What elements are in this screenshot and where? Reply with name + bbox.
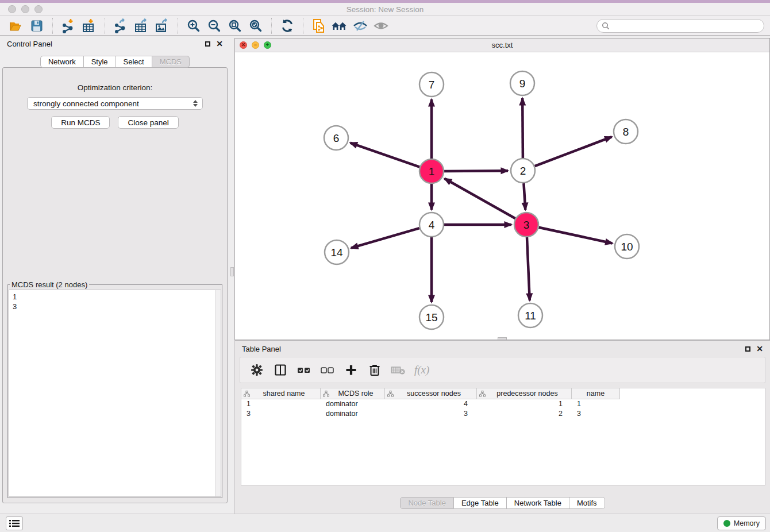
cell-successor-nodes[interactable]: 4	[385, 399, 477, 409]
search-field[interactable]	[596, 19, 764, 33]
tab-motifs[interactable]: Motifs	[569, 497, 605, 509]
tab-mcds[interactable]: MCDS	[152, 56, 190, 68]
export-table-icon[interactable]	[133, 17, 150, 34]
run-mcds-button[interactable]: Run MCDS	[51, 116, 110, 129]
graph-node-10[interactable]: 10	[615, 234, 639, 259]
zoom-selected-icon[interactable]	[247, 17, 264, 34]
float-panel-icon[interactable]	[205, 41, 210, 47]
svg-text:1: 1	[429, 165, 435, 178]
graph-edge-3-11[interactable]	[527, 237, 530, 300]
toolbar-separator	[303, 18, 303, 34]
zoom-in-icon[interactable]	[185, 17, 202, 34]
cell-mcds-role[interactable]: dominator	[321, 399, 385, 409]
graph-node-15[interactable]: 15	[419, 305, 444, 329]
duplicate-network-icon[interactable]	[310, 17, 328, 34]
tab-select[interactable]: Select	[116, 56, 152, 68]
tab-network-table[interactable]: Network Table	[507, 497, 569, 509]
cell-mcds-role[interactable]: dominator	[321, 409, 385, 419]
network-minimize-button[interactable]: −	[252, 41, 259, 49]
search-input[interactable]	[613, 21, 759, 31]
table-panel: Table Panel ✕	[234, 340, 770, 514]
optimization-criterion-select[interactable]: strongly connected component	[27, 97, 203, 110]
graph-edge-3-1[interactable]	[445, 179, 515, 218]
graph-node-4[interactable]: 4	[419, 213, 444, 237]
mcds-result-list[interactable]: 1 3	[9, 290, 221, 497]
zoom-fit-icon[interactable]	[226, 17, 244, 34]
cell-predecessor-nodes[interactable]: 2	[477, 409, 572, 419]
hierarchy-icon	[387, 391, 394, 397]
zoom-out-icon[interactable]	[206, 17, 223, 34]
close-panel-icon[interactable]: ✕	[216, 40, 223, 48]
column-header-successor-nodes[interactable]: successor nodes	[385, 388, 477, 399]
export-image-icon[interactable]	[153, 17, 171, 34]
graph-edge-1-6[interactable]	[351, 143, 420, 167]
delete-table-icon[interactable]	[391, 363, 406, 377]
toolbar-separator	[178, 18, 178, 34]
cell-shared-name[interactable]: 3	[241, 409, 321, 419]
node-table[interactable]: shared name MCDS role successor nodes pr…	[241, 388, 765, 485]
column-chooser-icon[interactable]	[273, 363, 288, 377]
delete-column-icon[interactable]	[367, 363, 382, 377]
network-zoom-button[interactable]: +	[264, 41, 271, 49]
vertical-splitter[interactable]	[230, 36, 234, 514]
deselect-all-rows-icon[interactable]	[320, 363, 335, 377]
open-session-icon[interactable]	[7, 17, 25, 34]
cell-successor-nodes[interactable]: 3	[385, 409, 477, 419]
splitter-grip[interactable]	[230, 267, 234, 276]
close-window-button[interactable]	[8, 5, 16, 13]
column-header-shared-name[interactable]: shared name	[241, 388, 321, 399]
close-table-panel-icon[interactable]: ✕	[756, 345, 763, 353]
column-header-name[interactable]: name	[572, 388, 620, 399]
import-network-icon[interactable]	[60, 17, 77, 34]
memory-button[interactable]: Memory	[717, 516, 766, 530]
table-row[interactable]: 3 dominator 3 2 3	[241, 409, 765, 419]
table-settings-gear-icon[interactable]	[249, 363, 264, 377]
cell-name[interactable]: 1	[572, 399, 620, 409]
network-canvas[interactable]: 1234678910111415	[235, 52, 769, 340]
float-table-panel-icon[interactable]	[745, 346, 750, 352]
mcds-result-line: 3	[13, 302, 217, 311]
select-all-rows-icon[interactable]	[297, 363, 311, 377]
graph-edge-4-14[interactable]	[351, 228, 419, 248]
tab-node-table[interactable]: Node Table	[400, 497, 454, 509]
import-table-icon[interactable]	[80, 17, 98, 34]
network-close-button[interactable]: ✕	[240, 41, 247, 49]
tab-network[interactable]: Network	[40, 56, 84, 68]
graph-node-14[interactable]: 14	[325, 240, 349, 264]
graph-edge-1-2[interactable]	[444, 171, 508, 171]
save-session-icon[interactable]	[28, 17, 45, 34]
function-builder-icon[interactable]: f(x)	[414, 364, 429, 376]
graph-node-11[interactable]: 11	[518, 303, 542, 327]
result-scrollbar[interactable]	[215, 290, 221, 496]
graph-node-9[interactable]: 9	[510, 71, 534, 95]
table-row[interactable]: 1 dominator 4 1 1	[241, 399, 765, 409]
task-history-button[interactable]	[6, 516, 23, 530]
close-panel-button[interactable]: Close panel	[118, 116, 178, 129]
column-header-mcds-role[interactable]: MCDS role	[321, 388, 385, 399]
add-column-icon[interactable]	[344, 363, 359, 377]
refresh-icon[interactable]	[279, 17, 296, 34]
graph-edge-2-9[interactable]	[522, 98, 523, 158]
export-network-icon[interactable]	[112, 17, 129, 34]
maximize-window-button[interactable]	[34, 5, 43, 13]
graph-edge-2-8[interactable]	[535, 137, 612, 166]
column-header-predecessor-nodes[interactable]: predecessor nodes	[477, 388, 572, 399]
first-neighbors-icon[interactable]	[331, 17, 348, 34]
minimize-window-button[interactable]	[21, 5, 29, 13]
show-all-icon[interactable]	[372, 17, 390, 34]
graph-edge-2-3[interactable]	[523, 183, 525, 210]
network-window-titlebar[interactable]: ✕ − + scc.txt	[235, 38, 769, 52]
tab-style[interactable]: Style	[84, 56, 116, 68]
graph-edge-3-10[interactable]	[539, 228, 613, 244]
graph-node-7[interactable]: 7	[419, 72, 444, 97]
tab-edge-table[interactable]: Edge Table	[454, 497, 507, 509]
graph-node-8[interactable]: 8	[614, 119, 638, 144]
hide-selected-icon[interactable]	[352, 17, 369, 34]
cell-name[interactable]: 3	[572, 409, 620, 419]
cell-predecessor-nodes[interactable]: 1	[477, 399, 572, 409]
graph-node-2[interactable]: 2	[511, 159, 535, 183]
graph-node-6[interactable]: 6	[324, 126, 348, 150]
graph-node-3[interactable]: 3	[514, 213, 538, 237]
cell-shared-name[interactable]: 1	[241, 399, 321, 409]
graph-node-1[interactable]: 1	[419, 159, 444, 183]
